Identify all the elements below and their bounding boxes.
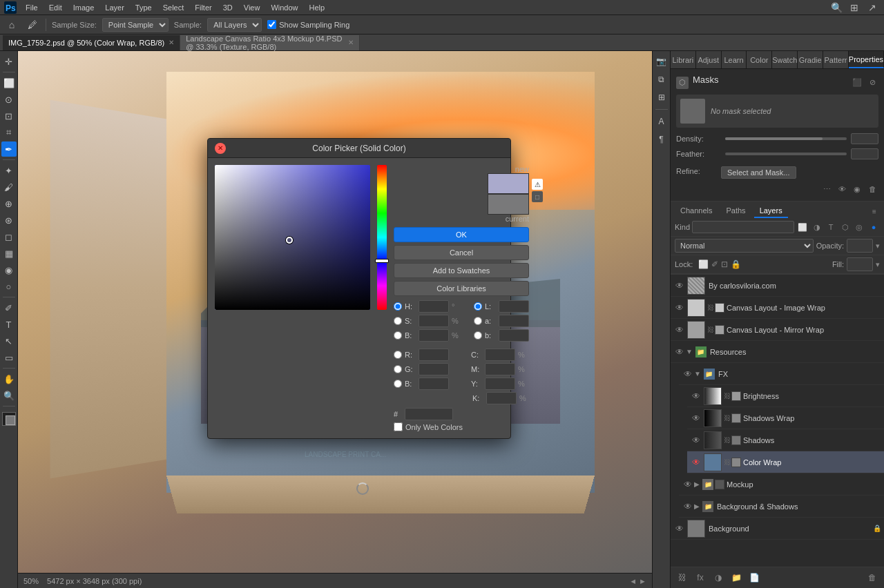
m-input[interactable]: 46: [485, 363, 515, 375]
lock-artboards-icon[interactable]: ⊡: [721, 259, 728, 269]
tab-1[interactable]: IMG_1759-2.psd @ 50% (Color Wrap, RGB/8)…: [3, 35, 180, 50]
layer-visibility-toggle[interactable]: 👁: [690, 458, 702, 467]
l-input[interactable]: 51: [499, 300, 529, 313]
tab-librari[interactable]: Librari: [671, 51, 696, 68]
visibility-icon[interactable]: ◉: [851, 183, 863, 195]
channels-tab[interactable]: Channels: [675, 204, 718, 218]
tab-2[interactable]: Landscape Canvas Ratio 4x3 Mockup 04.PSD…: [180, 35, 360, 50]
a-input[interactable]: 0: [499, 315, 529, 327]
eyedropper-tool-icon[interactable]: 🖉: [25, 17, 40, 32]
b2-radio[interactable]: [394, 380, 402, 388]
layers-tab[interactable]: Layers: [754, 204, 788, 218]
only-web-checkbox[interactable]: [394, 422, 403, 431]
eraser-tool[interactable]: ◻: [1, 229, 17, 244]
dodge-tool[interactable]: ○: [1, 279, 17, 294]
fx-icon[interactable]: fx: [693, 570, 708, 585]
history-brush-tool[interactable]: ⊛: [1, 213, 17, 228]
lock-all-icon[interactable]: 🔒: [731, 259, 741, 269]
layer-visibility-toggle[interactable]: 👁: [673, 303, 686, 313]
gradient-tool[interactable]: ▦: [1, 246, 17, 261]
clone-tool[interactable]: ⊕: [1, 196, 17, 211]
layer-visibility-toggle[interactable]: 👁: [673, 524, 686, 533]
layer-visibility-toggle[interactable]: 👁: [690, 413, 702, 423]
layer-row[interactable]: 👁 ⛓ Shadows Wrap: [687, 407, 884, 429]
add-to-swatches-button[interactable]: Add to Swatches: [394, 263, 529, 278]
delete-layer-icon[interactable]: 🗑: [865, 570, 880, 585]
color-picker-dialog[interactable]: ✕ Color Picker (Solid Color): [207, 138, 511, 439]
density-input[interactable]: [851, 133, 878, 144]
blur-tool[interactable]: ◉: [1, 262, 17, 277]
menu-filter[interactable]: Filter: [190, 2, 216, 13]
new-layer-icon[interactable]: 📄: [747, 570, 762, 585]
menu-help[interactable]: Help: [305, 2, 330, 13]
ok-button[interactable]: OK: [394, 227, 529, 242]
s-radio[interactable]: [394, 317, 402, 325]
show-sampling-checkbox[interactable]: Show Sampling Ring: [267, 20, 349, 29]
h-input[interactable]: 240: [419, 300, 449, 313]
new-fill-layer-icon[interactable]: ◑: [711, 570, 726, 585]
layer-row[interactable]: 👁 ⛓ Canvas Layout - Mirror Wrap: [671, 319, 884, 341]
b-input[interactable]: 48: [419, 329, 449, 342]
menu-image[interactable]: Image: [68, 2, 99, 13]
group-arrow-icon[interactable]: ▼: [686, 348, 693, 355]
color-gradient-area[interactable]: [215, 165, 370, 310]
fill-arrow[interactable]: ▾: [876, 260, 880, 269]
add-mask-pixel-icon[interactable]: ⬛: [851, 77, 863, 89]
layer-visibility-toggle[interactable]: 👁: [690, 391, 702, 401]
tab-2-close[interactable]: ✕: [348, 39, 354, 46]
type-icon[interactable]: A: [654, 114, 669, 129]
select-mask-button[interactable]: Select and Mask...: [721, 166, 796, 179]
opacity-input[interactable]: 100%: [847, 239, 873, 253]
tab-properties[interactable]: Properties: [849, 51, 884, 68]
foreground-color-swatch[interactable]: [2, 412, 16, 426]
b2-input[interactable]: 122: [419, 378, 449, 390]
link-layers-icon[interactable]: ⛓: [675, 570, 690, 585]
layer-visibility-toggle[interactable]: 👁: [682, 480, 694, 489]
c-input[interactable]: 54: [485, 349, 515, 361]
layer-visibility-toggle[interactable]: 👁: [690, 435, 702, 445]
tab-swatch[interactable]: Swatch: [772, 51, 798, 68]
shape-filter-icon[interactable]: ⬡: [839, 220, 852, 234]
layer-visibility-toggle[interactable]: 👁: [673, 325, 686, 335]
hue-slider[interactable]: [377, 165, 387, 310]
kind-search-input[interactable]: [692, 221, 794, 233]
adjustment-filter-icon[interactable]: ◑: [811, 220, 823, 234]
new-group-icon[interactable]: 📁: [729, 570, 744, 585]
layer-visibility-toggle[interactable]: 👁: [673, 281, 686, 291]
smart-filter-icon[interactable]: ◎: [854, 220, 866, 234]
menu-file[interactable]: File: [21, 2, 43, 13]
layers-icon[interactable]: ⧉: [654, 72, 669, 87]
layer-row[interactable]: 👁 ⛓ Brightness: [687, 385, 884, 407]
color-gradient-canvas[interactable]: [215, 165, 370, 310]
brush-tool[interactable]: 🖌: [1, 179, 17, 195]
paragraph-icon[interactable]: ¶: [654, 132, 669, 147]
b3-input[interactable]: -1: [499, 329, 529, 342]
path-selection-tool[interactable]: ↖: [1, 333, 17, 349]
layer-row[interactable]: 👁 ▼ 📁 FX: [679, 363, 884, 385]
layer-row[interactable]: 👁 ▶ 📁 Background & Shadows: [679, 496, 884, 518]
menu-edit[interactable]: Edit: [44, 2, 67, 13]
g-radio[interactable]: [394, 365, 402, 373]
g-input[interactable]: 121: [419, 363, 449, 375]
h-radio[interactable]: [394, 302, 402, 311]
expand-icon[interactable]: ⊞: [654, 90, 669, 105]
new-color-swatch[interactable]: [488, 173, 529, 194]
opacity-arrow[interactable]: ▾: [876, 242, 880, 251]
lock-pixels-icon[interactable]: ⬜: [698, 259, 709, 269]
layer-row[interactable]: 👁 ▶ 📁 Mockup: [679, 473, 884, 496]
r-input[interactable]: 121: [419, 349, 449, 361]
layer-visibility-toggle[interactable]: 👁: [682, 369, 694, 379]
lasso-tool[interactable]: ⊙: [1, 92, 17, 107]
lock-position-icon[interactable]: ✐: [711, 259, 718, 269]
tab-learn[interactable]: Learn: [722, 51, 747, 68]
delete-mask-icon[interactable]: 🗑: [866, 183, 878, 195]
layer-row[interactable]: 👁 Background 🔒: [671, 518, 884, 540]
paths-tab[interactable]: Paths: [720, 204, 751, 218]
tab-adjust[interactable]: Adjust: [696, 51, 722, 68]
layer-row[interactable]: 👁 ⛓ Color Wrap: [687, 451, 884, 473]
tab-gradie[interactable]: Gradie: [798, 51, 823, 68]
marquee-tool[interactable]: ⬜: [1, 75, 17, 90]
cancel-button[interactable]: Cancel: [394, 245, 529, 260]
type-tool[interactable]: T: [1, 317, 17, 332]
menu-window[interactable]: Window: [266, 2, 302, 13]
